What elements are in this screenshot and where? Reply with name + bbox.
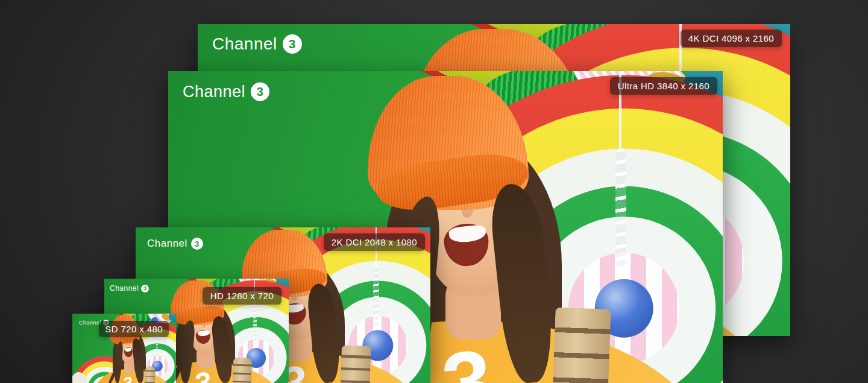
backpack-strap: [552, 307, 611, 383]
channel-brand-text: Channel: [212, 34, 277, 54]
backpack-strap: [339, 345, 371, 383]
resolution-label-sd: SD 720 x 480: [99, 321, 169, 337]
silver-streamer-coil: [253, 305, 257, 344]
channel-number-badge: 3: [251, 83, 269, 101]
resolution-label-ultra-hd: Ultra HD 3840 x 2160: [610, 77, 717, 95]
channel-3-logo: Channel 3: [110, 284, 149, 293]
resolution-label-4k-dci: 4K DCI 4096 x 2160: [681, 30, 782, 47]
channel-number-badge: 3: [191, 238, 203, 250]
silver-streamer-coil: [373, 267, 379, 326]
channel-3-logo: Channel 3: [212, 34, 302, 54]
backpack-strap: [231, 358, 251, 383]
channel-brand-text: Channel: [110, 284, 139, 293]
resolution-comparison-graphic: 3 Channel 3 4K DCI 4096 x 2160 3: [0, 0, 868, 383]
channel-number-badge: 3: [141, 285, 149, 293]
channel-3-logo: Channel 3: [147, 238, 203, 250]
channel-brand-text: Channel: [147, 238, 187, 250]
resolution-label-hd: HD 1280 x 720: [203, 287, 281, 305]
backpack-strap: [144, 366, 156, 383]
channel-brand-text: Channel: [183, 83, 245, 101]
frame-sd: 3 Channel 3 SD 720 x 480: [72, 314, 176, 383]
silver-streamer-coil: [615, 149, 626, 267]
channel-brand-text: Channel: [79, 320, 101, 326]
channel-number-badge: 3: [283, 34, 302, 54]
resolution-label-2k-dci: 2K DCI 2048 x 1080: [324, 233, 425, 251]
channel-3-logo: Channel 3: [183, 83, 269, 101]
